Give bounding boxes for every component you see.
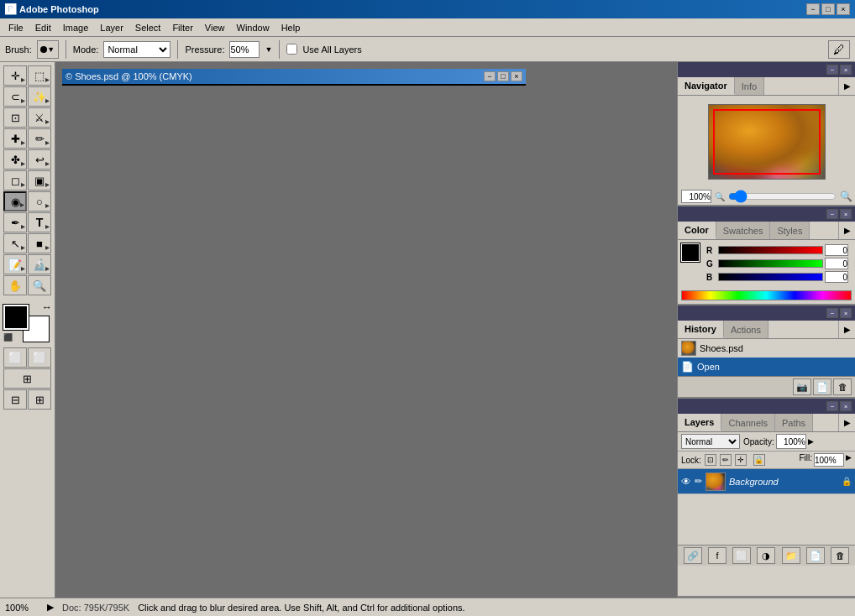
lock-all-button[interactable]: 🔒 bbox=[753, 454, 765, 466]
layer-visibility-icon[interactable]: 👁 bbox=[681, 476, 691, 488]
tab-paths[interactable]: Paths bbox=[775, 414, 813, 431]
history-delete-button[interactable]: 🗑 bbox=[833, 378, 852, 395]
path-selection-tool[interactable]: ↖ ▸ bbox=[3, 233, 27, 253]
status-arrow-icon[interactable]: ▶ bbox=[47, 602, 54, 613]
history-menu-button[interactable]: ▶ bbox=[838, 321, 855, 338]
layer-mask-button[interactable]: ⬜ bbox=[732, 547, 751, 564]
brush-dropdown-arrow[interactable]: ▼ bbox=[47, 45, 55, 54]
hand-tool[interactable]: ✋ bbox=[3, 275, 27, 295]
tab-info[interactable]: Info bbox=[735, 77, 764, 95]
layers-minimize-button[interactable]: − bbox=[826, 401, 838, 411]
default-colors-button[interactable]: ⬛ bbox=[3, 333, 13, 342]
swap-colors-button[interactable]: ↔ bbox=[42, 301, 52, 313]
tab-history[interactable]: History bbox=[678, 321, 724, 338]
history-close-button[interactable]: × bbox=[840, 308, 852, 318]
document-content[interactable] bbox=[62, 84, 526, 86]
adjustment-layer-button[interactable]: ◑ bbox=[757, 547, 775, 564]
lasso-tool[interactable]: ⊂ ▸ bbox=[3, 86, 27, 107]
navigator-menu-button[interactable]: ▶ bbox=[838, 77, 855, 95]
tab-color[interactable]: Color bbox=[678, 222, 716, 239]
doc-minimize-button[interactable]: − bbox=[484, 71, 496, 81]
tab-swatches[interactable]: Swatches bbox=[716, 222, 771, 239]
layer-item-background[interactable]: 👁 ✏ Background 🔒 bbox=[678, 469, 855, 494]
history-new-document-button[interactable]: 📄 bbox=[813, 378, 831, 395]
cs-button[interactable]: ⊞ bbox=[28, 389, 51, 410]
notes-tool[interactable]: 📝 ▸ bbox=[3, 254, 27, 274]
crop-tool[interactable]: ⊡ bbox=[3, 107, 27, 128]
layer-style-button[interactable]: f bbox=[708, 547, 726, 564]
zoom-in-icon[interactable]: 🔍 bbox=[840, 191, 852, 202]
fill-input[interactable] bbox=[814, 453, 844, 467]
history-new-snapshot-button[interactable]: 📷 bbox=[793, 378, 811, 395]
standard-mode-button[interactable]: ⬜ bbox=[3, 347, 27, 368]
minimize-button[interactable]: − bbox=[806, 3, 820, 15]
screen-mode-button[interactable]: ⊞ bbox=[3, 368, 51, 389]
navigator-zoom-input[interactable]: 100% bbox=[681, 190, 711, 203]
color-spectrum-bar[interactable] bbox=[681, 290, 852, 300]
layers-menu-button[interactable]: ▶ bbox=[838, 414, 855, 431]
fill-tool[interactable]: ▣ ▸ bbox=[28, 170, 51, 191]
menu-image[interactable]: Image bbox=[58, 21, 94, 34]
fill-arrow[interactable]: ▶ bbox=[846, 453, 852, 467]
lock-transparent-button[interactable]: ⊡ bbox=[705, 454, 716, 466]
color-close-button[interactable]: × bbox=[840, 209, 852, 219]
blur-tool[interactable]: ◉ ▸ bbox=[3, 191, 27, 211]
brush-tool[interactable]: ✏ ▸ bbox=[28, 128, 51, 149]
color-menu-button[interactable]: ▶ bbox=[838, 222, 855, 239]
history-minimize-button[interactable]: − bbox=[826, 308, 838, 318]
zoom-tool[interactable]: 🔍 bbox=[28, 275, 51, 295]
link-layers-button[interactable]: 🔗 bbox=[684, 547, 702, 564]
opacity-input[interactable]: 100% bbox=[776, 434, 806, 449]
eyedropper-tool[interactable]: 🔬 ▸ bbox=[28, 254, 51, 274]
navigator-preview[interactable] bbox=[708, 104, 826, 180]
blue-value-input[interactable]: 0 bbox=[825, 271, 848, 283]
green-value-input[interactable]: 0 bbox=[825, 258, 848, 269]
menu-window[interactable]: Window bbox=[232, 21, 275, 34]
history-brush-tool[interactable]: ↩ ▸ bbox=[28, 149, 51, 170]
canvas-area[interactable]: © Shoes.psd @ 100% (CMYK) − □ × bbox=[55, 62, 677, 598]
tab-channels[interactable]: Channels bbox=[721, 414, 774, 431]
menu-filter[interactable]: Filter bbox=[167, 21, 197, 34]
red-value-input[interactable]: 0 bbox=[825, 244, 848, 256]
slice-tool[interactable]: ⚔ ▸ bbox=[28, 107, 51, 128]
brush-preview[interactable]: ▼ bbox=[37, 40, 59, 59]
mode-select[interactable]: Normal Dissolve Multiply Screen bbox=[103, 41, 170, 58]
doc-maximize-button[interactable]: □ bbox=[497, 71, 509, 81]
pressure-arrow[interactable]: ▼ bbox=[265, 45, 272, 54]
delete-layer-button[interactable]: 🗑 bbox=[831, 547, 849, 564]
use-all-layers-checkbox[interactable] bbox=[286, 44, 297, 55]
magic-wand-tool[interactable]: ✨ ▸ bbox=[28, 86, 51, 107]
menu-view[interactable]: View bbox=[200, 21, 230, 34]
maximize-button[interactable]: □ bbox=[821, 3, 835, 15]
tab-actions[interactable]: Actions bbox=[724, 321, 768, 338]
color-minimize-button[interactable]: − bbox=[826, 209, 838, 219]
navigator-minimize-button[interactable]: − bbox=[826, 65, 838, 75]
zoom-out-icon[interactable]: 🔍 bbox=[715, 192, 725, 201]
blend-mode-select[interactable]: Normal Dissolve Multiply bbox=[681, 434, 740, 449]
move-tool[interactable]: ✛ ▸ bbox=[3, 65, 27, 86]
dodge-tool[interactable]: ○ ▸ bbox=[28, 191, 51, 211]
color-foreground-swatch[interactable] bbox=[681, 243, 700, 262]
type-tool[interactable]: T ▸ bbox=[28, 212, 51, 232]
menu-help[interactable]: Help bbox=[276, 21, 306, 34]
pressure-input[interactable]: 50% bbox=[229, 41, 260, 58]
history-item-1[interactable]: 📄 Open bbox=[678, 358, 855, 376]
doc-close-button[interactable]: × bbox=[511, 71, 522, 81]
layers-close-button[interactable]: × bbox=[840, 401, 852, 411]
opacity-arrow[interactable]: ▶ bbox=[808, 437, 814, 446]
menu-file[interactable]: File bbox=[3, 21, 29, 34]
navigator-zoom-slider[interactable] bbox=[728, 191, 837, 201]
history-item-0[interactable]: Shoes.psd bbox=[678, 339, 855, 358]
tab-styles[interactable]: Styles bbox=[770, 222, 810, 239]
lock-position-button[interactable]: ✛ bbox=[735, 454, 747, 466]
eraser-tool[interactable]: ◻ ▸ bbox=[3, 170, 27, 191]
healing-brush-tool[interactable]: ✚ ▸ bbox=[3, 128, 27, 149]
lock-image-button[interactable]: ✏ bbox=[720, 454, 732, 466]
menu-edit[interactable]: Edit bbox=[30, 21, 56, 34]
new-group-button[interactable]: 📁 bbox=[782, 547, 800, 564]
options-extra-button[interactable]: 🖊 bbox=[828, 40, 850, 59]
tab-navigator[interactable]: Navigator bbox=[678, 77, 735, 95]
marquee-tool[interactable]: ⬚ ▸ bbox=[28, 65, 51, 86]
menu-select[interactable]: Select bbox=[130, 21, 166, 34]
foreground-color-box[interactable] bbox=[3, 305, 29, 330]
